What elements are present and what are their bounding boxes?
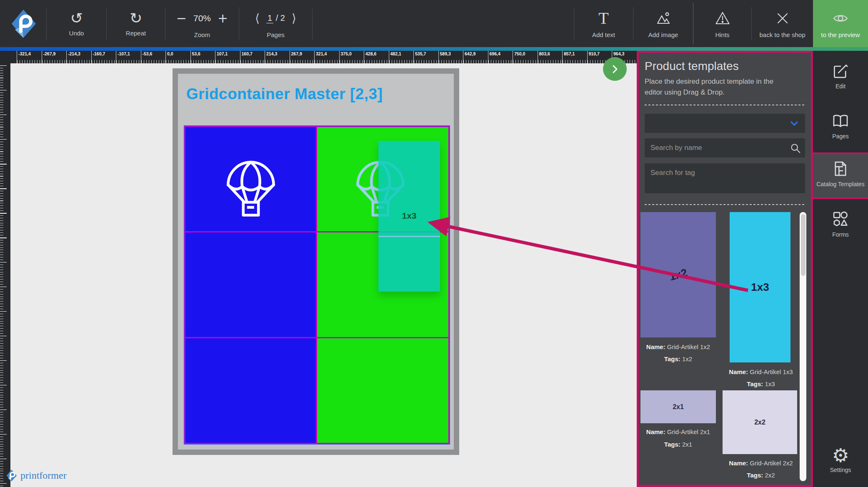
to-preview-label: to the preview [821, 31, 860, 38]
printformer-editor: ↺ Undo ↻ Repeat − 70% + Zoom ⟨ [0, 0, 868, 487]
pages-label: Pages [267, 31, 285, 38]
template-tags: Tags: 2x1 [640, 441, 716, 448]
search-tag-input[interactable] [645, 163, 805, 193]
row-guideline [378, 236, 440, 237]
template-tags: Tags: 1x3 [717, 380, 805, 388]
panel-title: Product templates [645, 60, 805, 73]
drag-preview-label: 1x3 [378, 211, 440, 221]
sidebar-item-label: Catalog Templates [813, 181, 868, 187]
template-drag-preview[interactable]: 1x3 [378, 141, 440, 292]
vertical-ruler [0, 63, 10, 487]
back-to-shop-button[interactable]: back to the shop [752, 0, 813, 47]
add-text-button[interactable]: T Add text [574, 0, 633, 47]
search-name-field-wrap [645, 138, 805, 157]
template-name: Name: Grid-Artikel 2x2 [717, 460, 805, 467]
hints-label: Hints [715, 31, 729, 38]
scrollbar-thumb[interactable] [801, 214, 805, 276]
page-title-text[interactable]: Gridcontainer Master [2,3] [186, 85, 383, 103]
zoom-in-button[interactable]: + [218, 11, 228, 25]
template-name: Name: Grid-Artikel 2x1 [640, 428, 716, 436]
pages-control: ⟨ 1 / 2 ⟩ Pages [239, 0, 312, 47]
chevron-right-icon [610, 63, 620, 75]
template-tags: Tags: 1x2 [640, 355, 716, 363]
template-category-dropdown[interactable] [645, 114, 805, 133]
accent-gradient-bar [0, 47, 868, 51]
app-logo[interactable] [0, 0, 46, 47]
catalog-templates-icon [831, 160, 850, 178]
grid-cell-r1c1[interactable] [185, 127, 316, 231]
hints-warning-icon [715, 9, 730, 27]
template-tile-2x2[interactable]: 2x2 [723, 390, 797, 454]
grid-cell-r3c1[interactable] [185, 338, 316, 443]
tile-label: 2x2 [754, 419, 765, 426]
add-text-label: Add text [592, 31, 615, 38]
grid-cell-r3c2[interactable] [317, 338, 448, 443]
repeat-icon: ↻ [130, 11, 142, 26]
toolbar: ↺ Undo ↻ Repeat − 70% + Zoom ⟨ [0, 0, 868, 47]
parachute-box-icon [224, 157, 278, 217]
collapse-panel-button[interactable] [603, 57, 627, 81]
zoom-value: 70% [193, 13, 211, 23]
tile-label: 1x2 [668, 266, 688, 284]
ruler-corner [0, 51, 10, 63]
add-image-label: Add image [648, 31, 678, 38]
template-name: Name: Grid-Artikel 1x3 [717, 368, 805, 376]
add-image-icon [655, 9, 671, 27]
previous-page-icon[interactable]: ⟨ [255, 11, 260, 25]
toolbar-right-group: T Add text Add image [574, 0, 868, 47]
sidebar-item-pages[interactable]: Pages [813, 112, 868, 140]
add-image-button[interactable]: Add image [633, 0, 693, 47]
grid-cell-r2c1[interactable] [185, 232, 316, 337]
total-pages: 2 [280, 13, 285, 22]
product-templates-panel: Product templates Place the desired prod… [637, 51, 813, 487]
current-page-input[interactable]: 1 [266, 13, 273, 23]
back-to-shop-label: back to the shop [759, 31, 805, 38]
search-icon[interactable] [790, 142, 801, 156]
page-content: Gridcontainer Master [2,3] [178, 74, 454, 450]
sidebar-item-label: Pages [813, 133, 868, 140]
sidebar-item-label: Edit [813, 83, 868, 90]
undo-label: Undo [69, 30, 84, 37]
close-icon [775, 9, 790, 27]
printformer-logo-icon [10, 9, 37, 39]
tile-label: 1x3 [751, 281, 769, 294]
sidebar: Edit Pages Catalog Templates [813, 51, 868, 487]
template-tile-1x2[interactable]: 1x2 [640, 212, 716, 337]
sidebar-item-label: Settings [813, 467, 868, 473]
brand-wordmark: printformer [20, 470, 67, 481]
template-tags: Tags: 2x2 [717, 472, 805, 479]
undo-button[interactable]: ↺ Undo [47, 0, 106, 47]
undo-icon: ↺ [70, 11, 83, 26]
edit-icon [831, 62, 850, 80]
tile-label: 2x1 [673, 403, 684, 411]
dashed-divider [645, 204, 805, 205]
dashed-divider [645, 105, 805, 105]
forms-shapes-icon [831, 210, 850, 228]
repeat-button[interactable]: ↻ Repeat [107, 0, 165, 47]
search-name-input[interactable] [645, 138, 805, 157]
hints-button[interactable]: Hints [693, 0, 751, 47]
template-tile-1x3[interactable]: 1x3 [730, 212, 790, 362]
chevron-down-icon [788, 118, 800, 129]
gear-icon: ⚙ [813, 446, 868, 465]
page-divider: / [276, 13, 278, 22]
zoom-control: − 70% + Zoom [165, 0, 239, 47]
panel-subtitle: Place the desired product template in th… [645, 76, 775, 97]
templates-scrollbar[interactable] [800, 212, 806, 481]
document-page: Gridcontainer Master [2,3] [173, 68, 459, 455]
repeat-label: Repeat [126, 30, 146, 37]
sidebar-item-edit[interactable]: Edit [813, 62, 868, 90]
to-preview-button[interactable]: to the preview [813, 0, 868, 47]
sidebar-item-label: Forms [813, 231, 868, 238]
sidebar-item-forms[interactable]: Forms [813, 210, 868, 238]
sidebar-item-settings[interactable]: ⚙ Settings [813, 446, 868, 473]
zoom-label: Zoom [194, 31, 210, 38]
sidebar-item-catalog-templates[interactable]: Catalog Templates [813, 152, 868, 199]
template-tile-2x1[interactable]: 2x1 [640, 390, 716, 423]
next-page-icon[interactable]: ⟩ [292, 11, 296, 25]
horizontal-ruler: -321,4-267,9-214,3-160,7-107,1-53,60,053… [10, 51, 639, 63]
printformer-brand: printformer [6, 469, 67, 482]
template-name: Name: Grid-Artikel 1x2 [640, 343, 716, 351]
toolbar-left-group: ↺ Undo ↻ Repeat − 70% + Zoom ⟨ [0, 0, 313, 47]
zoom-out-button[interactable]: − [176, 11, 187, 25]
